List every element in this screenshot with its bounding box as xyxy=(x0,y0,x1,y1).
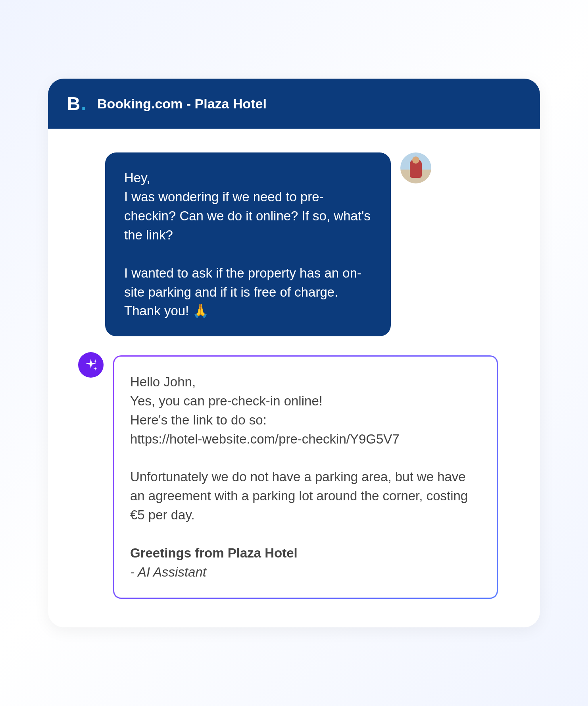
ai-signature: - AI Assistant xyxy=(130,565,206,579)
user-avatar xyxy=(400,152,431,183)
ai-closing: Greetings from Plaza Hotel xyxy=(130,546,298,560)
ai-message-content: Hello John, Yes, you can pre-check-in on… xyxy=(114,357,497,597)
logo-letter: B xyxy=(67,93,80,114)
ai-greeting: Hello John, xyxy=(130,374,196,389)
user-message-row: Hey, I was wondering if we need to pre-c… xyxy=(105,152,518,336)
ai-body-2: Unfortunately we do not have a parking a… xyxy=(130,469,468,522)
ai-message-bubble: Hello John, Yes, you can pre-check-in on… xyxy=(113,355,498,598)
chat-card: B. Booking.com - Plaza Hotel Hey, I was … xyxy=(48,79,540,627)
ai-body-1: Yes, you can pre-check-in online! Here's… xyxy=(130,394,400,446)
user-message-bubble: Hey, I was wondering if we need to pre-c… xyxy=(105,152,391,336)
chat-header: B. Booking.com - Plaza Hotel xyxy=(48,79,540,129)
ai-sparkle-icon xyxy=(78,352,104,378)
logo-dot: . xyxy=(81,93,86,114)
header-title: Booking.com - Plaza Hotel xyxy=(97,96,267,112)
chat-body: Hey, I was wondering if we need to pre-c… xyxy=(48,129,540,627)
booking-logo: B. xyxy=(67,93,86,114)
ai-message-row: Hello John, Yes, you can pre-check-in on… xyxy=(78,355,518,598)
